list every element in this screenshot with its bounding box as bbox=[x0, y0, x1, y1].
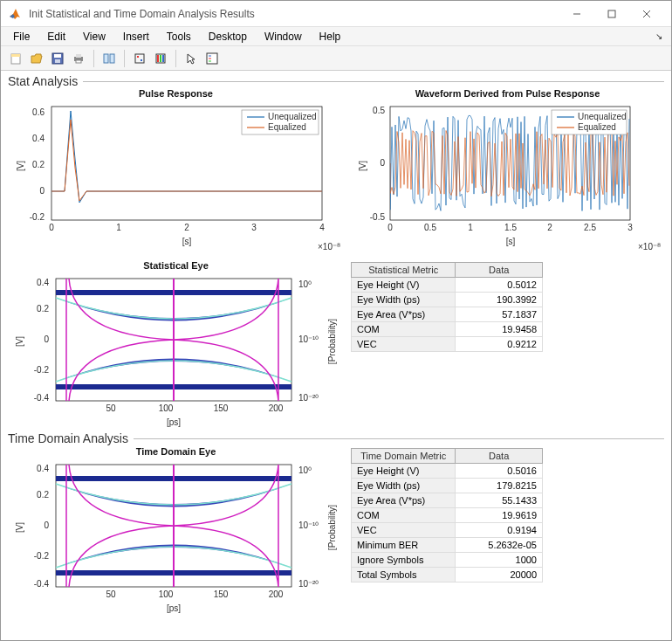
metric-value: 0.9194 bbox=[456, 523, 543, 538]
metric-value: 20000 bbox=[456, 568, 543, 582]
svg-text:200: 200 bbox=[269, 589, 284, 599]
metric-name: Eye Width (ps) bbox=[352, 479, 456, 493]
table-row[interactable]: Eye Height (V)0.5012 bbox=[352, 278, 543, 293]
svg-text:0.4: 0.4 bbox=[37, 464, 49, 473]
chart-title: Time Domain Eye bbox=[8, 446, 344, 460]
save-button[interactable] bbox=[48, 49, 67, 68]
svg-text:[V]: [V] bbox=[358, 161, 367, 171]
svg-text:-0.2: -0.2 bbox=[34, 551, 50, 561]
svg-text:50: 50 bbox=[106, 403, 116, 413]
svg-text:[ps]: [ps] bbox=[167, 417, 181, 427]
metric-value: 0.5012 bbox=[456, 278, 543, 293]
data-cursor-button[interactable] bbox=[130, 49, 149, 68]
pulse-response-chart[interactable]: Pulse Response Unequalized bbox=[8, 88, 344, 258]
svg-text:Equalized: Equalized bbox=[578, 122, 616, 132]
svg-text:0: 0 bbox=[387, 223, 393, 232]
minimize-button[interactable] bbox=[559, 2, 594, 26]
menu-tools[interactable]: Tools bbox=[160, 29, 198, 45]
open-file-button[interactable] bbox=[27, 49, 46, 68]
svg-text:3: 3 bbox=[627, 223, 633, 232]
new-figure-button[interactable] bbox=[6, 49, 25, 68]
col-metric[interactable]: Statistical Metric bbox=[352, 263, 456, 278]
table-row[interactable]: Eye Area (V*ps)57.1837 bbox=[352, 307, 543, 322]
svg-rect-1 bbox=[608, 10, 615, 17]
metric-value: 19.9619 bbox=[456, 508, 543, 523]
legend-unequalized: Unequalized bbox=[268, 112, 317, 121]
svg-rect-7 bbox=[54, 54, 61, 58]
svg-text:10⁻²⁰: 10⁻²⁰ bbox=[298, 579, 319, 589]
svg-text:[s]: [s] bbox=[182, 237, 192, 246]
table-row[interactable]: Total Symbols20000 bbox=[352, 568, 543, 582]
toolbar bbox=[1, 46, 671, 71]
time-domain-eye-chart[interactable]: Time Domain Eye bbox=[8, 446, 344, 608]
metric-value: 57.1837 bbox=[456, 307, 543, 322]
svg-text:2: 2 bbox=[547, 223, 552, 232]
table-row[interactable]: Minimum BER5.2632e-05 bbox=[352, 538, 543, 553]
svg-rect-5 bbox=[11, 54, 20, 57]
metric-name: VEC bbox=[352, 523, 456, 538]
svg-text:150: 150 bbox=[214, 403, 229, 413]
td-metric-table[interactable]: Time Domain Metric Data Eye Height (V)0.… bbox=[351, 448, 543, 582]
menu-edit[interactable]: Edit bbox=[40, 29, 72, 45]
svg-text:3: 3 bbox=[251, 223, 257, 232]
menu-desktop[interactable]: Desktop bbox=[202, 29, 254, 45]
col-metric[interactable]: Time Domain Metric bbox=[352, 449, 456, 464]
metric-name: Minimum BER bbox=[352, 538, 456, 553]
svg-text:10⁰: 10⁰ bbox=[298, 465, 312, 475]
pointer-button[interactable] bbox=[182, 49, 201, 68]
table-row[interactable]: VEC0.9212 bbox=[352, 337, 543, 352]
menu-file[interactable]: File bbox=[6, 29, 37, 45]
svg-text:[ps]: [ps] bbox=[167, 603, 181, 613]
table-row[interactable]: COM19.9619 bbox=[352, 508, 543, 523]
svg-rect-21 bbox=[207, 53, 217, 64]
svg-rect-10 bbox=[76, 54, 81, 58]
chart-title: Pulse Response bbox=[8, 88, 344, 102]
svg-rect-20 bbox=[162, 55, 164, 62]
waveform-chart[interactable]: Waveform Derived from Pulse Response bbox=[351, 88, 664, 258]
table-row[interactable]: Eye Width (ps)190.3992 bbox=[352, 293, 543, 307]
svg-rect-19 bbox=[160, 55, 161, 62]
svg-text:100: 100 bbox=[159, 403, 174, 413]
titlebar: Init Statistical and Time Domain Analysi… bbox=[1, 1, 671, 27]
menu-insert[interactable]: Insert bbox=[116, 29, 156, 45]
table-row[interactable]: Eye Height (V)0.5016 bbox=[352, 464, 543, 479]
link-button[interactable] bbox=[99, 49, 119, 68]
menu-window[interactable]: Window bbox=[257, 29, 309, 45]
metric-name: Eye Height (V) bbox=[352, 464, 456, 479]
insert-legend-button[interactable] bbox=[202, 49, 222, 68]
col-data[interactable]: Data bbox=[456, 263, 543, 278]
metric-value: 1000 bbox=[456, 553, 543, 568]
svg-text:50: 50 bbox=[106, 589, 116, 599]
colorbar-button[interactable] bbox=[151, 49, 170, 68]
metric-name: Eye Area (V*ps) bbox=[352, 493, 456, 508]
statistical-eye-chart[interactable]: Statistical Eye bbox=[8, 260, 344, 431]
stat-metric-table[interactable]: Statistical Metric Data Eye Height (V)0.… bbox=[351, 262, 543, 352]
svg-text:0: 0 bbox=[44, 520, 49, 530]
table-row[interactable]: COM19.9458 bbox=[352, 322, 543, 337]
svg-text:0: 0 bbox=[49, 223, 54, 232]
metric-value: 179.8215 bbox=[456, 479, 543, 493]
metric-name: Eye Area (V*ps) bbox=[352, 307, 456, 322]
metric-value: 0.5016 bbox=[456, 464, 543, 479]
table-row[interactable]: Eye Width (ps)179.8215 bbox=[352, 479, 543, 493]
metric-name: COM bbox=[352, 508, 456, 523]
close-button[interactable] bbox=[629, 2, 664, 26]
svg-text:150: 150 bbox=[214, 589, 229, 599]
menu-view[interactable]: View bbox=[76, 29, 113, 45]
print-button[interactable] bbox=[69, 49, 88, 68]
col-data[interactable]: Data bbox=[456, 449, 543, 464]
maximize-button[interactable] bbox=[594, 2, 629, 26]
table-row[interactable]: Ignore Symbols1000 bbox=[352, 553, 543, 568]
table-row[interactable]: VEC0.9194 bbox=[352, 523, 543, 538]
menu-overflow-icon[interactable]: ↘ bbox=[652, 31, 666, 41]
svg-rect-15 bbox=[137, 56, 139, 58]
svg-text:1: 1 bbox=[468, 223, 473, 232]
svg-text:0: 0 bbox=[380, 158, 385, 168]
menu-help[interactable]: Help bbox=[312, 29, 348, 45]
metric-value: 5.2632e-05 bbox=[456, 538, 543, 553]
svg-text:[V]: [V] bbox=[15, 336, 24, 347]
svg-rect-13 bbox=[110, 54, 114, 63]
svg-rect-12 bbox=[104, 54, 108, 63]
table-row[interactable]: Eye Area (V*ps)55.1433 bbox=[352, 493, 543, 508]
svg-text:0.5: 0.5 bbox=[373, 106, 385, 115]
